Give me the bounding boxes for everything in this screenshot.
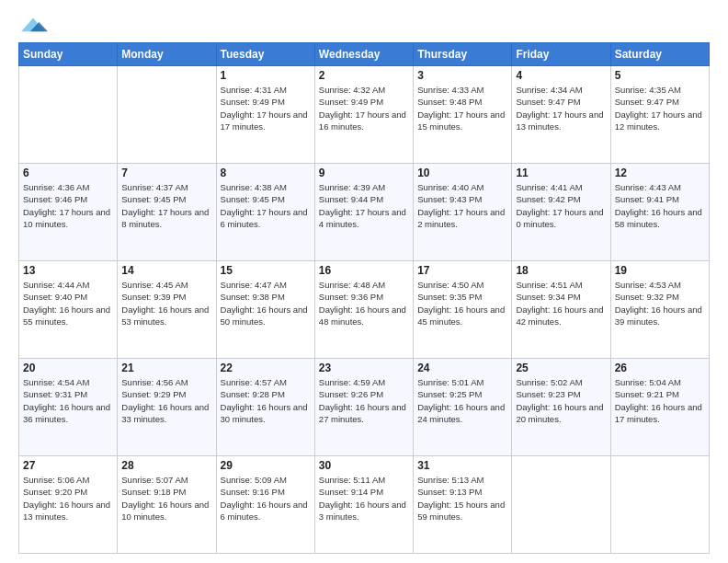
day-number: 9 (319, 167, 409, 179)
day-cell: 20Sunrise: 4:54 AM Sunset: 9:31 PM Dayli… (19, 359, 118, 456)
day-cell: 8Sunrise: 4:38 AM Sunset: 9:45 PM Daylig… (216, 164, 314, 261)
day-number: 2 (319, 69, 409, 82)
day-info: Sunrise: 5:04 AM Sunset: 9:21 PM Dayligh… (615, 376, 705, 425)
day-number: 4 (516, 69, 606, 82)
day-cell (118, 66, 216, 164)
day-info: Sunrise: 4:38 AM Sunset: 9:45 PM Dayligh… (221, 181, 311, 230)
day-cell: 28Sunrise: 5:07 AM Sunset: 9:18 PM Dayli… (118, 456, 216, 554)
day-cell: 4Sunrise: 4:34 AM Sunset: 9:47 PM Daylig… (512, 66, 610, 164)
day-cell: 6Sunrise: 4:36 AM Sunset: 9:46 PM Daylig… (19, 164, 118, 261)
day-number: 12 (615, 167, 705, 179)
day-info: Sunrise: 4:48 AM Sunset: 9:36 PM Dayligh… (319, 279, 409, 327)
day-number: 26 (615, 362, 705, 374)
day-cell: 31Sunrise: 5:13 AM Sunset: 9:13 PM Dayli… (414, 456, 512, 554)
day-number: 25 (516, 362, 606, 374)
day-number: 1 (221, 69, 311, 82)
day-info: Sunrise: 4:36 AM Sunset: 9:46 PM Dayligh… (23, 181, 113, 230)
page: SundayMondayTuesdayWednesdayThursdayFrid… (0, 0, 728, 563)
day-info: Sunrise: 4:32 AM Sunset: 9:49 PM Dayligh… (319, 84, 409, 132)
day-info: Sunrise: 4:40 AM Sunset: 9:43 PM Dayligh… (417, 181, 507, 230)
day-info: Sunrise: 4:47 AM Sunset: 9:38 PM Dayligh… (221, 279, 311, 327)
day-number: 27 (23, 459, 113, 472)
day-cell (19, 66, 118, 164)
day-info: Sunrise: 4:50 AM Sunset: 9:35 PM Dayligh… (417, 279, 507, 327)
day-number: 5 (615, 69, 705, 82)
week-row-3: 13Sunrise: 4:44 AM Sunset: 9:40 PM Dayli… (19, 261, 710, 359)
day-cell: 14Sunrise: 4:45 AM Sunset: 9:39 PM Dayli… (118, 261, 216, 359)
day-number: 11 (516, 167, 606, 179)
day-cell: 27Sunrise: 5:06 AM Sunset: 9:20 PM Dayli… (19, 456, 118, 554)
day-number: 6 (23, 167, 113, 179)
day-header-sunday: Sunday (19, 43, 118, 66)
day-cell: 2Sunrise: 4:32 AM Sunset: 9:49 PM Daylig… (314, 66, 413, 164)
logo-icon (18, 15, 48, 33)
day-number: 8 (221, 167, 311, 179)
day-cell: 25Sunrise: 5:02 AM Sunset: 9:23 PM Dayli… (512, 359, 610, 456)
day-number: 29 (221, 459, 311, 472)
day-cell: 18Sunrise: 4:51 AM Sunset: 9:34 PM Dayli… (512, 261, 610, 359)
day-cell: 26Sunrise: 5:04 AM Sunset: 9:21 PM Dayli… (610, 359, 709, 456)
day-info: Sunrise: 4:33 AM Sunset: 9:48 PM Dayligh… (417, 84, 507, 132)
week-row-4: 20Sunrise: 4:54 AM Sunset: 9:31 PM Dayli… (19, 359, 710, 456)
day-cell: 17Sunrise: 4:50 AM Sunset: 9:35 PM Dayli… (414, 261, 512, 359)
day-number: 14 (121, 264, 211, 277)
day-cell: 23Sunrise: 4:59 AM Sunset: 9:26 PM Dayli… (314, 359, 413, 456)
day-header-thursday: Thursday (414, 43, 512, 66)
day-info: Sunrise: 4:56 AM Sunset: 9:29 PM Dayligh… (121, 376, 211, 425)
day-info: Sunrise: 4:57 AM Sunset: 9:28 PM Dayligh… (221, 376, 311, 425)
day-cell: 9Sunrise: 4:39 AM Sunset: 9:44 PM Daylig… (314, 164, 413, 261)
week-row-1: 1Sunrise: 4:31 AM Sunset: 9:49 PM Daylig… (19, 66, 710, 164)
day-info: Sunrise: 4:39 AM Sunset: 9:44 PM Dayligh… (319, 181, 409, 230)
day-info: Sunrise: 5:01 AM Sunset: 9:25 PM Dayligh… (417, 376, 507, 425)
day-number: 28 (121, 459, 211, 472)
day-cell: 19Sunrise: 4:53 AM Sunset: 9:32 PM Dayli… (610, 261, 709, 359)
day-number: 7 (121, 167, 211, 179)
day-cell: 30Sunrise: 5:11 AM Sunset: 9:14 PM Dayli… (314, 456, 413, 554)
day-number: 15 (221, 264, 311, 277)
day-cell: 10Sunrise: 4:40 AM Sunset: 9:43 PM Dayli… (414, 164, 512, 261)
day-cell: 5Sunrise: 4:35 AM Sunset: 9:47 PM Daylig… (610, 66, 709, 164)
day-info: Sunrise: 5:06 AM Sunset: 9:20 PM Dayligh… (23, 474, 113, 523)
day-info: Sunrise: 4:53 AM Sunset: 9:32 PM Dayligh… (615, 279, 705, 327)
day-number: 31 (417, 459, 507, 472)
day-number: 24 (417, 362, 507, 374)
day-cell: 24Sunrise: 5:01 AM Sunset: 9:25 PM Dayli… (414, 359, 512, 456)
day-info: Sunrise: 4:35 AM Sunset: 9:47 PM Dayligh… (615, 84, 705, 132)
day-cell: 11Sunrise: 4:41 AM Sunset: 9:42 PM Dayli… (512, 164, 610, 261)
day-cell: 7Sunrise: 4:37 AM Sunset: 9:45 PM Daylig… (118, 164, 216, 261)
day-number: 16 (319, 264, 409, 277)
day-header-friday: Friday (512, 43, 610, 66)
day-info: Sunrise: 4:51 AM Sunset: 9:34 PM Dayligh… (516, 279, 606, 327)
calendar-table: SundayMondayTuesdayWednesdayThursdayFrid… (18, 42, 710, 554)
day-cell: 1Sunrise: 4:31 AM Sunset: 9:49 PM Daylig… (216, 66, 314, 164)
day-number: 13 (23, 264, 113, 277)
day-info: Sunrise: 4:37 AM Sunset: 9:45 PM Dayligh… (121, 181, 211, 230)
day-number: 3 (417, 69, 507, 82)
day-info: Sunrise: 4:59 AM Sunset: 9:26 PM Dayligh… (319, 376, 409, 425)
day-info: Sunrise: 5:13 AM Sunset: 9:13 PM Dayligh… (417, 474, 507, 523)
day-cell: 3Sunrise: 4:33 AM Sunset: 9:48 PM Daylig… (414, 66, 512, 164)
day-info: Sunrise: 5:09 AM Sunset: 9:16 PM Dayligh… (221, 474, 311, 523)
logo (18, 15, 48, 35)
day-cell: 21Sunrise: 4:56 AM Sunset: 9:29 PM Dayli… (118, 359, 216, 456)
day-number: 10 (417, 167, 507, 179)
day-cell: 13Sunrise: 4:44 AM Sunset: 9:40 PM Dayli… (19, 261, 118, 359)
day-cell: 22Sunrise: 4:57 AM Sunset: 9:28 PM Dayli… (216, 359, 314, 456)
day-header-wednesday: Wednesday (314, 43, 413, 66)
day-number: 20 (23, 362, 113, 374)
day-number: 18 (516, 264, 606, 277)
day-info: Sunrise: 4:43 AM Sunset: 9:41 PM Dayligh… (615, 181, 705, 230)
day-info: Sunrise: 5:07 AM Sunset: 9:18 PM Dayligh… (121, 474, 211, 523)
day-info: Sunrise: 4:44 AM Sunset: 9:40 PM Dayligh… (23, 279, 113, 327)
day-header-tuesday: Tuesday (216, 43, 314, 66)
calendar-header-row: SundayMondayTuesdayWednesdayThursdayFrid… (19, 43, 710, 66)
day-info: Sunrise: 4:54 AM Sunset: 9:31 PM Dayligh… (23, 376, 113, 425)
header (18, 15, 710, 35)
day-cell: 29Sunrise: 5:09 AM Sunset: 9:16 PM Dayli… (216, 456, 314, 554)
day-cell (512, 456, 610, 554)
day-info: Sunrise: 5:02 AM Sunset: 9:23 PM Dayligh… (516, 376, 606, 425)
day-cell: 16Sunrise: 4:48 AM Sunset: 9:36 PM Dayli… (314, 261, 413, 359)
day-number: 22 (221, 362, 311, 374)
day-header-monday: Monday (118, 43, 216, 66)
day-number: 19 (615, 264, 705, 277)
